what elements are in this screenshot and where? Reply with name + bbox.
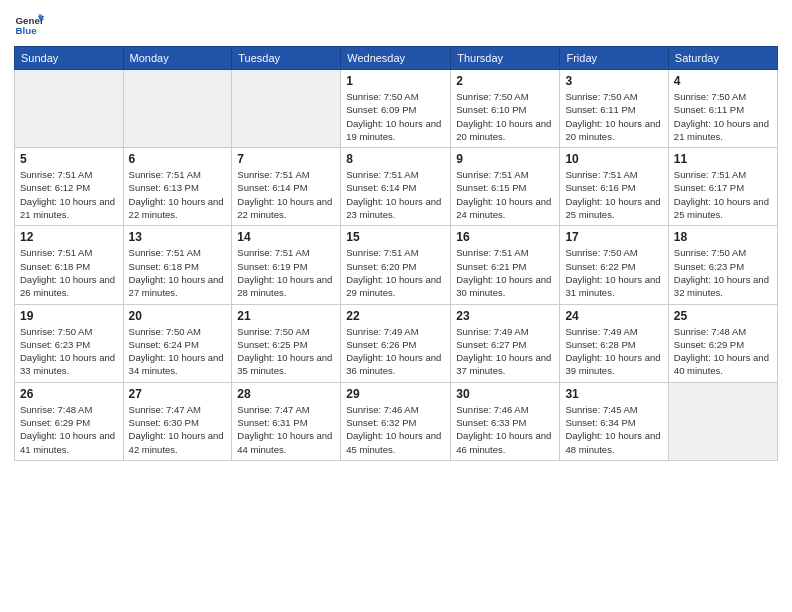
day-number: 9 — [456, 152, 554, 166]
calendar-cell: 31Sunrise: 7:45 AMSunset: 6:34 PMDayligh… — [560, 382, 668, 460]
day-number: 18 — [674, 230, 772, 244]
weekday-header-wednesday: Wednesday — [341, 47, 451, 70]
day-number: 5 — [20, 152, 118, 166]
day-number: 30 — [456, 387, 554, 401]
weekday-header-row: SundayMondayTuesdayWednesdayThursdayFrid… — [15, 47, 778, 70]
week-row-5: 26Sunrise: 7:48 AMSunset: 6:29 PMDayligh… — [15, 382, 778, 460]
calendar-cell: 28Sunrise: 7:47 AMSunset: 6:31 PMDayligh… — [232, 382, 341, 460]
day-info: Sunrise: 7:49 AMSunset: 6:28 PMDaylight:… — [565, 325, 662, 378]
day-info: Sunrise: 7:46 AMSunset: 6:32 PMDaylight:… — [346, 403, 445, 456]
day-info: Sunrise: 7:50 AMSunset: 6:09 PMDaylight:… — [346, 90, 445, 143]
day-number: 19 — [20, 309, 118, 323]
calendar-cell: 22Sunrise: 7:49 AMSunset: 6:26 PMDayligh… — [341, 304, 451, 382]
day-info: Sunrise: 7:50 AMSunset: 6:22 PMDaylight:… — [565, 246, 662, 299]
day-number: 6 — [129, 152, 227, 166]
day-info: Sunrise: 7:47 AMSunset: 6:30 PMDaylight:… — [129, 403, 227, 456]
day-number: 24 — [565, 309, 662, 323]
day-number: 3 — [565, 74, 662, 88]
day-info: Sunrise: 7:49 AMSunset: 6:27 PMDaylight:… — [456, 325, 554, 378]
calendar-table: SundayMondayTuesdayWednesdayThursdayFrid… — [14, 46, 778, 461]
calendar-cell: 3Sunrise: 7:50 AMSunset: 6:11 PMDaylight… — [560, 70, 668, 148]
calendar-cell: 30Sunrise: 7:46 AMSunset: 6:33 PMDayligh… — [451, 382, 560, 460]
logo: General Blue — [14, 10, 44, 40]
day-info: Sunrise: 7:50 AMSunset: 6:11 PMDaylight:… — [565, 90, 662, 143]
day-info: Sunrise: 7:48 AMSunset: 6:29 PMDaylight:… — [20, 403, 118, 456]
day-number: 8 — [346, 152, 445, 166]
day-number: 16 — [456, 230, 554, 244]
calendar-cell: 12Sunrise: 7:51 AMSunset: 6:18 PMDayligh… — [15, 226, 124, 304]
week-row-3: 12Sunrise: 7:51 AMSunset: 6:18 PMDayligh… — [15, 226, 778, 304]
calendar-cell: 27Sunrise: 7:47 AMSunset: 6:30 PMDayligh… — [123, 382, 232, 460]
day-number: 21 — [237, 309, 335, 323]
day-info: Sunrise: 7:50 AMSunset: 6:25 PMDaylight:… — [237, 325, 335, 378]
calendar-cell: 17Sunrise: 7:50 AMSunset: 6:22 PMDayligh… — [560, 226, 668, 304]
day-info: Sunrise: 7:49 AMSunset: 6:26 PMDaylight:… — [346, 325, 445, 378]
day-info: Sunrise: 7:51 AMSunset: 6:21 PMDaylight:… — [456, 246, 554, 299]
day-info: Sunrise: 7:48 AMSunset: 6:29 PMDaylight:… — [674, 325, 772, 378]
calendar-cell: 11Sunrise: 7:51 AMSunset: 6:17 PMDayligh… — [668, 148, 777, 226]
calendar-cell — [232, 70, 341, 148]
calendar-cell: 5Sunrise: 7:51 AMSunset: 6:12 PMDaylight… — [15, 148, 124, 226]
day-info: Sunrise: 7:50 AMSunset: 6:23 PMDaylight:… — [20, 325, 118, 378]
calendar-cell: 9Sunrise: 7:51 AMSunset: 6:15 PMDaylight… — [451, 148, 560, 226]
calendar-cell: 10Sunrise: 7:51 AMSunset: 6:16 PMDayligh… — [560, 148, 668, 226]
day-number: 17 — [565, 230, 662, 244]
day-info: Sunrise: 7:51 AMSunset: 6:20 PMDaylight:… — [346, 246, 445, 299]
day-number: 31 — [565, 387, 662, 401]
calendar-cell: 13Sunrise: 7:51 AMSunset: 6:18 PMDayligh… — [123, 226, 232, 304]
calendar-cell: 25Sunrise: 7:48 AMSunset: 6:29 PMDayligh… — [668, 304, 777, 382]
week-row-1: 1Sunrise: 7:50 AMSunset: 6:09 PMDaylight… — [15, 70, 778, 148]
day-info: Sunrise: 7:51 AMSunset: 6:14 PMDaylight:… — [346, 168, 445, 221]
day-number: 11 — [674, 152, 772, 166]
day-number: 15 — [346, 230, 445, 244]
week-row-2: 5Sunrise: 7:51 AMSunset: 6:12 PMDaylight… — [15, 148, 778, 226]
day-info: Sunrise: 7:51 AMSunset: 6:19 PMDaylight:… — [237, 246, 335, 299]
calendar-cell: 7Sunrise: 7:51 AMSunset: 6:14 PMDaylight… — [232, 148, 341, 226]
calendar-cell — [15, 70, 124, 148]
day-number: 2 — [456, 74, 554, 88]
calendar-cell — [668, 382, 777, 460]
day-info: Sunrise: 7:45 AMSunset: 6:34 PMDaylight:… — [565, 403, 662, 456]
weekday-header-thursday: Thursday — [451, 47, 560, 70]
day-number: 27 — [129, 387, 227, 401]
calendar-cell: 26Sunrise: 7:48 AMSunset: 6:29 PMDayligh… — [15, 382, 124, 460]
weekday-header-friday: Friday — [560, 47, 668, 70]
day-number: 22 — [346, 309, 445, 323]
day-info: Sunrise: 7:51 AMSunset: 6:16 PMDaylight:… — [565, 168, 662, 221]
calendar-cell: 8Sunrise: 7:51 AMSunset: 6:14 PMDaylight… — [341, 148, 451, 226]
calendar-cell: 21Sunrise: 7:50 AMSunset: 6:25 PMDayligh… — [232, 304, 341, 382]
calendar-cell: 20Sunrise: 7:50 AMSunset: 6:24 PMDayligh… — [123, 304, 232, 382]
day-info: Sunrise: 7:50 AMSunset: 6:10 PMDaylight:… — [456, 90, 554, 143]
calendar-cell: 15Sunrise: 7:51 AMSunset: 6:20 PMDayligh… — [341, 226, 451, 304]
day-info: Sunrise: 7:51 AMSunset: 6:14 PMDaylight:… — [237, 168, 335, 221]
day-info: Sunrise: 7:47 AMSunset: 6:31 PMDaylight:… — [237, 403, 335, 456]
day-number: 23 — [456, 309, 554, 323]
day-number: 14 — [237, 230, 335, 244]
calendar-cell: 18Sunrise: 7:50 AMSunset: 6:23 PMDayligh… — [668, 226, 777, 304]
day-info: Sunrise: 7:50 AMSunset: 6:23 PMDaylight:… — [674, 246, 772, 299]
day-number: 1 — [346, 74, 445, 88]
calendar-cell: 4Sunrise: 7:50 AMSunset: 6:11 PMDaylight… — [668, 70, 777, 148]
weekday-header-tuesday: Tuesday — [232, 47, 341, 70]
day-number: 29 — [346, 387, 445, 401]
calendar-cell: 24Sunrise: 7:49 AMSunset: 6:28 PMDayligh… — [560, 304, 668, 382]
day-info: Sunrise: 7:50 AMSunset: 6:24 PMDaylight:… — [129, 325, 227, 378]
day-info: Sunrise: 7:51 AMSunset: 6:17 PMDaylight:… — [674, 168, 772, 221]
calendar-cell — [123, 70, 232, 148]
day-info: Sunrise: 7:51 AMSunset: 6:12 PMDaylight:… — [20, 168, 118, 221]
day-number: 26 — [20, 387, 118, 401]
day-number: 12 — [20, 230, 118, 244]
calendar-cell: 1Sunrise: 7:50 AMSunset: 6:09 PMDaylight… — [341, 70, 451, 148]
day-info: Sunrise: 7:46 AMSunset: 6:33 PMDaylight:… — [456, 403, 554, 456]
calendar-cell: 29Sunrise: 7:46 AMSunset: 6:32 PMDayligh… — [341, 382, 451, 460]
day-number: 7 — [237, 152, 335, 166]
day-info: Sunrise: 7:51 AMSunset: 6:18 PMDaylight:… — [129, 246, 227, 299]
weekday-header-sunday: Sunday — [15, 47, 124, 70]
weekday-header-saturday: Saturday — [668, 47, 777, 70]
day-info: Sunrise: 7:51 AMSunset: 6:15 PMDaylight:… — [456, 168, 554, 221]
day-number: 13 — [129, 230, 227, 244]
day-number: 28 — [237, 387, 335, 401]
week-row-4: 19Sunrise: 7:50 AMSunset: 6:23 PMDayligh… — [15, 304, 778, 382]
day-info: Sunrise: 7:51 AMSunset: 6:13 PMDaylight:… — [129, 168, 227, 221]
day-info: Sunrise: 7:51 AMSunset: 6:18 PMDaylight:… — [20, 246, 118, 299]
